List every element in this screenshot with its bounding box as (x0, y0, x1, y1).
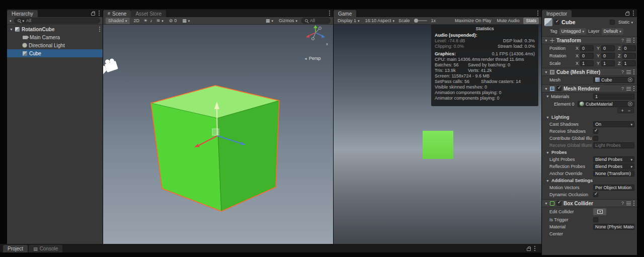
rotation-x-field[interactable]: 0 (580, 53, 594, 59)
remove-material-button[interactable]: − (628, 108, 630, 113)
materials-row[interactable]: ▼ Materials 1 (542, 93, 637, 100)
hidden-objects-toggle[interactable]: ⊘ 0 (168, 18, 179, 23)
receive-shadows-checkbox[interactable] (593, 129, 598, 134)
lock-icon[interactable] (625, 13, 629, 16)
gizmos-dropdown[interactable]: Gizmos ▾ (277, 18, 299, 23)
create-menu-icon[interactable]: ▾ (10, 19, 12, 23)
tree-item-main-camera[interactable]: Main Camera (7, 33, 103, 41)
tab-inspector[interactable]: Inspector (542, 10, 572, 17)
presets-icon[interactable] (626, 203, 631, 204)
lock-icon[interactable] (91, 13, 95, 16)
reflection-probes-dropdown[interactable]: Blend Probes ▾ (593, 163, 634, 169)
stats-button[interactable]: Stats (523, 18, 539, 24)
kebab-menu-icon[interactable] (329, 11, 330, 16)
position-y-field[interactable]: 0 (601, 45, 615, 51)
tab-scene[interactable]: # Scene (103, 10, 131, 17)
foldout-icon[interactable]: ▼ (544, 39, 548, 42)
tab-asset-store[interactable]: Asset Store (131, 10, 166, 17)
materials-count-field[interactable]: 1 (593, 94, 634, 100)
foldout-icon[interactable]: ▼ (544, 70, 548, 74)
maximize-on-play-button[interactable]: Maximize On Play (453, 18, 493, 23)
tag-dropdown[interactable]: Untagged ▾ (559, 28, 587, 35)
help-icon[interactable]: ? (621, 38, 624, 43)
hierarchy-search-input[interactable]: ▾ All (14, 18, 100, 24)
plane-handle[interactable] (212, 129, 219, 135)
scene-audio-icon[interactable]: ♪ (150, 18, 152, 23)
gameobject-name-field[interactable]: Cube (561, 19, 576, 25)
lock-icon[interactable] (527, 248, 531, 251)
tree-item-cube[interactable]: Cube (7, 49, 103, 57)
foldout-icon[interactable]: ▼ (544, 202, 548, 205)
transform-header[interactable]: ▼ Transform ? (542, 36, 637, 44)
mute-audio-button[interactable]: Mute Audio (495, 18, 521, 23)
presets-icon[interactable] (626, 89, 631, 89)
scene-lighting-icon[interactable]: ☀ (143, 18, 147, 23)
tab-project[interactable]: Project (3, 245, 28, 252)
kebab-menu-icon[interactable] (537, 11, 538, 16)
presets-icon[interactable] (626, 40, 631, 41)
grid-settings-dropdown[interactable]: ▦ ▾ (181, 18, 191, 23)
scale-slider-knob[interactable] (414, 19, 418, 23)
display-dropdown[interactable]: Display 1 ▾ (336, 18, 361, 23)
position-z-field[interactable]: 0 (622, 45, 636, 51)
foldout-icon[interactable]: ▼ (546, 95, 549, 98)
probes-foldout[interactable]: ▼ Probes (542, 149, 637, 156)
box-collider-header[interactable]: ▼ Box Collider ? (542, 199, 637, 207)
add-material-button[interactable]: + (621, 108, 623, 113)
static-checkbox[interactable] (610, 20, 615, 25)
rotation-z-field[interactable]: 0 (622, 53, 636, 59)
kebab-menu-icon[interactable] (633, 86, 634, 91)
tab-hierarchy[interactable]: Hierarchy (7, 10, 38, 17)
foldout-icon[interactable]: ▼ (544, 87, 548, 91)
position-x-field[interactable]: 0 (580, 45, 594, 51)
anchor-override-field[interactable]: None (Transform) (593, 170, 634, 177)
kebab-menu-icon[interactable] (633, 11, 634, 16)
shading-mode-dropdown[interactable]: Shaded ▾ (106, 18, 130, 24)
mesh-renderer-header[interactable]: ▼ Mesh Renderer ? (542, 84, 637, 93)
layer-dropdown[interactable]: Default ▾ (602, 28, 623, 35)
edit-collider-button[interactable] (593, 208, 606, 215)
scale-x-field[interactable]: 1 (580, 60, 594, 66)
kebab-menu-icon[interactable] (633, 201, 634, 206)
mesh-filter-header[interactable]: ▼ Cube (Mesh Filter) ? (542, 68, 637, 76)
scene-search-input[interactable]: All (301, 18, 331, 24)
contribute-gi-checkbox[interactable] (593, 136, 598, 141)
additional-settings-foldout[interactable]: ▼ Additional Settings (542, 177, 637, 184)
object-picker-icon[interactable] (628, 77, 632, 82)
kebab-menu-icon[interactable] (633, 69, 634, 74)
tree-item-directional-light[interactable]: Directional Light (7, 41, 103, 49)
help-icon[interactable]: ? (621, 201, 624, 206)
scale-y-field[interactable]: 1 (601, 60, 615, 66)
kebab-menu-icon[interactable] (99, 11, 100, 16)
2d-toggle[interactable]: 2D (132, 18, 141, 23)
object-picker-icon[interactable] (628, 102, 632, 106)
game-viewport[interactable]: Statistics Audio (suspended): Level: -74… (334, 25, 541, 244)
rotation-y-field[interactable]: 0 (601, 53, 615, 59)
gizmo-grid-dropdown[interactable]: ▦ ▾ (264, 18, 275, 23)
static-dropdown[interactable]: Static ▾ (617, 20, 634, 25)
box-collider-enabled-checkbox[interactable] (556, 201, 561, 206)
scale-slider[interactable] (414, 20, 427, 21)
mesh-renderer-enabled-checkbox[interactable] (556, 86, 561, 91)
effects-dropdown[interactable]: ≋ ▾ (155, 18, 165, 23)
scene-root-row[interactable]: ▼ RotationCube (7, 25, 103, 33)
kebab-menu-icon[interactable] (633, 38, 634, 43)
is-trigger-checkbox[interactable] (593, 217, 598, 222)
kebab-menu-icon[interactable] (99, 27, 100, 32)
object-picker-icon[interactable] (634, 172, 634, 176)
scale-z-field[interactable]: 1 (622, 60, 636, 66)
kebab-menu-icon[interactable] (534, 246, 535, 251)
dynamic-occlusion-checkbox[interactable] (593, 192, 598, 197)
tab-console[interactable]: ▤ Console (29, 245, 62, 252)
foldout-icon[interactable]: ▼ (10, 28, 13, 31)
mesh-object-field[interactable]: Cube (593, 77, 634, 83)
light-probes-dropdown[interactable]: Blend Probes ▾ (593, 156, 634, 162)
lighting-foldout[interactable]: ▼ Lighting (542, 114, 637, 121)
physic-material-field[interactable]: None (Physic Material) (593, 224, 634, 230)
perspective-toggle[interactable]: ◄ Persp (304, 56, 320, 61)
help-icon[interactable]: ? (621, 86, 624, 91)
motion-vectors-dropdown[interactable]: Per Object Motion ▾ (593, 185, 634, 191)
scene-viewport[interactable]: ◄ Persp x (103, 25, 333, 244)
y-axis-handle[interactable] (217, 108, 217, 136)
cast-shadows-dropdown[interactable]: On ▾ (593, 121, 634, 127)
